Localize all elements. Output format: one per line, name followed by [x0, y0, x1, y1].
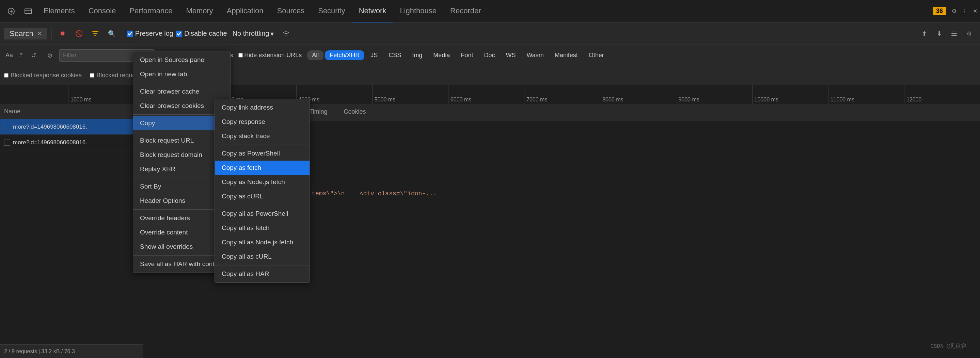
type-doc[interactable]: Doc [479, 51, 500, 60]
search-icon[interactable]: 🔍 [105, 27, 118, 41]
type-all[interactable]: All [307, 51, 323, 60]
request-checkbox-0[interactable] [4, 124, 10, 130]
tab-console[interactable]: Console [82, 0, 123, 22]
tab-security[interactable]: Security [311, 0, 352, 22]
submenu-copy-stack[interactable]: Copy stack trace [215, 129, 310, 143]
submenu-copy-curl[interactable]: Copy as cURL [215, 189, 310, 203]
type-media[interactable]: Media [428, 51, 455, 60]
timeline-mark-7: 8000 ms [600, 85, 676, 104]
request-item-1[interactable]: more?id=149698060608016. [0, 135, 143, 150]
devtools-menu-icon[interactable] [3, 0, 20, 22]
top-tab-bar: Elements Console Performance Memory Appl… [0, 0, 980, 22]
submenu-copy-all-nodejs[interactable]: Copy all as Node.js fetch [215, 235, 310, 249]
timeline-mark-9: 10000 ms [752, 85, 828, 104]
menu-open-sources[interactable]: Open in Sources panel [133, 53, 230, 67]
issue-badge: 36 [933, 7, 946, 15]
timeline-mark-10: 11000 ms [828, 85, 904, 104]
disable-cache-checkbox[interactable] [176, 31, 182, 37]
preserve-log-label[interactable]: Preserve log [127, 30, 173, 37]
tab-sources[interactable]: Sources [270, 0, 311, 22]
transfer-size: 33.2 kB / 76.3 [41, 348, 75, 355]
watermark: CSDN @见秋容 [930, 342, 966, 351]
type-fetch-xhr[interactable]: Fetch/XHR [325, 51, 364, 60]
timeline-mark-11: 12000 [904, 85, 980, 104]
submenu-copy-all-powershell[interactable]: Copy all as PowerShell [215, 207, 310, 221]
type-ws[interactable]: WS [501, 51, 520, 60]
top-right-controls: 36 ⚙ ⋮ ✕ [933, 7, 977, 15]
tab-elements[interactable]: Elements [37, 0, 82, 22]
chevron-down-icon: ▾ [270, 30, 274, 38]
toolbar-right-icons: ⬆ ⬇ ⚙ [917, 27, 976, 41]
blocked-cookies-checkbox[interactable] [4, 73, 8, 78]
type-manifest[interactable]: Manifest [550, 51, 582, 60]
submenu-copy-link[interactable]: Copy link address [215, 100, 310, 115]
search-tab[interactable]: Search ✕ [4, 28, 47, 40]
request-list-panel: Name more?id=149698060608016. more?id=14… [0, 104, 143, 358]
reload-icon[interactable]: ↺ [27, 49, 40, 62]
status-bar: 2 / 9 requests | 33.2 kB / 76.3 [0, 344, 143, 358]
tab-cookies[interactable]: Cookies [336, 104, 374, 120]
throttle-dropdown[interactable]: No throttling ▾ [230, 28, 277, 39]
type-js[interactable]: JS [366, 51, 382, 60]
clear-icon[interactable]: ⊘ [43, 49, 57, 62]
type-other[interactable]: Other [584, 51, 609, 60]
upload-icon[interactable]: ⬆ [917, 27, 931, 41]
preserve-log-checkbox[interactable] [127, 31, 133, 37]
timeline-mark-5: 6000 ms [448, 85, 524, 104]
svg-rect-1 [25, 9, 32, 14]
network-toolbar: Search ✕ ⏺ 🚫 🔍 Preserve log Disable cach… [0, 22, 980, 45]
download-icon[interactable]: ⬇ [932, 27, 946, 41]
tab-recorder[interactable]: Recorder [443, 0, 488, 22]
timeline-mark-4: 5000 ms [372, 85, 448, 104]
timeline-mark-8: 9000 ms [676, 85, 752, 104]
submenu-copy-fetch[interactable]: Copy as fetch [215, 161, 310, 175]
aa-button[interactable]: Aa [4, 51, 14, 60]
submenu-copy-all-har[interactable]: Copy all as HAR [215, 267, 310, 281]
request-item-0[interactable]: more?id=149698060608016. [0, 119, 143, 135]
devtools-dock-icon[interactable] [20, 0, 37, 22]
submenu-copy-powershell[interactable]: Copy as PowerShell [215, 146, 310, 161]
svg-point-3 [286, 36, 286, 36]
type-img[interactable]: Img [407, 51, 427, 60]
more-options-icon[interactable]: ⋮ [962, 8, 967, 14]
type-font[interactable]: Font [456, 51, 478, 60]
blocked-cookies-label[interactable]: Blocked response cookies [4, 72, 82, 79]
panel-settings-icon[interactable]: ⚙ [962, 27, 976, 41]
submenu-copy-all-fetch[interactable]: Copy all as fetch [215, 221, 310, 235]
list-header: Name [0, 104, 143, 119]
type-wasm[interactable]: Wasm [522, 51, 548, 60]
tab-application[interactable]: Application [220, 0, 270, 22]
menu-clear-cache[interactable]: Clear browser cache [133, 84, 230, 99]
blocked-requests-checkbox[interactable] [90, 73, 94, 78]
filter-icon[interactable] [89, 27, 102, 41]
close-icon[interactable]: ✕ [973, 8, 977, 14]
search-close-icon[interactable]: ✕ [37, 30, 42, 37]
wifi-icon[interactable] [279, 27, 293, 41]
tab-lighthouse[interactable]: Lighthouse [393, 0, 443, 22]
menu-open-tab[interactable]: Open in new tab [133, 67, 230, 81]
submenu-sep-2 [215, 205, 310, 205]
regex-button[interactable]: .* [17, 51, 24, 60]
toolbar-separator-2 [123, 29, 123, 39]
submenu-copy-nodejs[interactable]: Copy as Node.js fetch [215, 175, 310, 189]
tab-performance[interactable]: Performance [123, 0, 179, 22]
request-count: 2 / 9 requests [4, 348, 37, 355]
request-checkbox-1[interactable] [4, 139, 10, 146]
disable-cache-label[interactable]: Disable cache [176, 30, 227, 37]
more-icon[interactable] [947, 27, 961, 41]
hide-extension-urls-checkbox[interactable] [239, 53, 243, 57]
tab-memory[interactable]: Memory [179, 0, 220, 22]
hide-extension-urls-label[interactable]: Hide extension URLs [239, 52, 302, 59]
type-filter-buttons: All Fetch/XHR JS CSS Img Media Font Doc … [307, 51, 609, 60]
submenu-copy-response[interactable]: Copy response [215, 115, 310, 129]
timeline-mark-6: 7000 ms [524, 85, 600, 104]
record-button[interactable]: ⏺ [56, 27, 70, 41]
tab-network[interactable]: Network [352, 0, 393, 22]
stop-button[interactable]: 🚫 [72, 27, 86, 41]
submenu-copy-all-curl[interactable]: Copy all as cURL [215, 249, 310, 264]
toolbar-separator-1 [51, 29, 52, 39]
copy-submenu: Copy link address Copy response Copy sta… [215, 99, 310, 283]
type-css[interactable]: CSS [384, 51, 406, 60]
settings-icon[interactable]: ⚙ [952, 8, 956, 14]
